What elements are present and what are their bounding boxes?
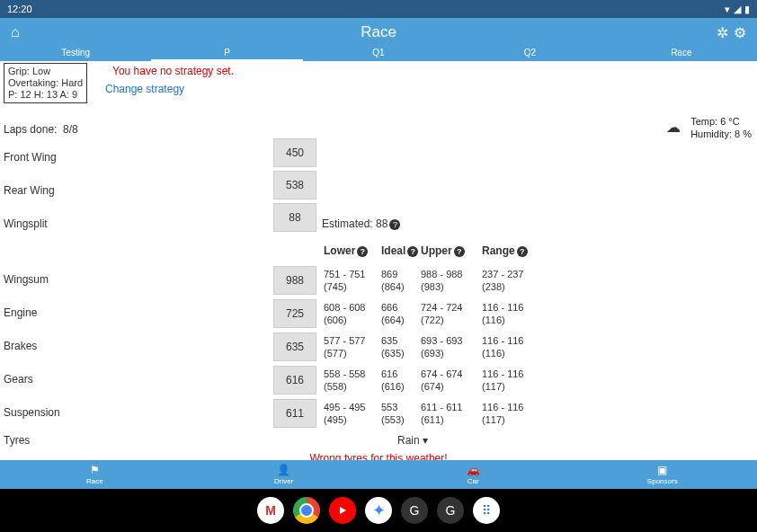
help-icon[interactable]: ? xyxy=(389,219,400,230)
pha-label: P: 12 H: 13 A: 9 xyxy=(8,89,83,101)
help-icon[interactable]: ? xyxy=(357,246,368,257)
value-engine[interactable]: 725 xyxy=(273,299,316,328)
flag-icon: ⚑ xyxy=(90,464,100,476)
header-range: Range? xyxy=(482,244,528,257)
laps-done-label: Laps done: xyxy=(4,123,57,136)
change-strategy-link[interactable]: Change strategy xyxy=(105,83,184,95)
value-front-wing[interactable]: 450 xyxy=(273,138,316,167)
range-suspension: 116 - 116(117) xyxy=(482,401,523,426)
car-icon: 🚗 xyxy=(467,464,480,476)
lower-engine: 608 - 608(606) xyxy=(324,301,365,326)
cloud-icon: ☁ xyxy=(666,119,681,136)
home-icon[interactable]: ⌂ xyxy=(11,24,20,40)
lower-gears: 558 - 558(558) xyxy=(324,368,365,393)
laps-done-value: 8/8 xyxy=(63,123,78,136)
humidity-label: Humidity: 8 % xyxy=(690,128,752,140)
app-icon-2[interactable]: G xyxy=(437,497,464,524)
nav-race[interactable]: ⚑Race xyxy=(0,460,190,489)
ideal-engine: 666(664) xyxy=(381,301,405,326)
ideal-brakes: 635(635) xyxy=(381,334,405,359)
temp-label: Temp: 6 °C xyxy=(690,115,752,128)
help-icon[interactable]: ? xyxy=(454,246,465,257)
apps-icon[interactable]: ⠿ xyxy=(473,497,500,524)
upper-wingsum: 988 - 988(983) xyxy=(421,268,462,293)
label-engine: Engine xyxy=(4,306,37,319)
app-bar: ⌂ Race ✲ ⚙ xyxy=(0,18,757,47)
bottom-nav: ⚑Race 👤Driver 🚗Car ▣Sponsors xyxy=(0,460,757,489)
lower-suspension: 495 - 495(495) xyxy=(324,401,365,426)
upper-brakes: 693 - 693(693) xyxy=(421,334,462,359)
label-tyres: Tyres xyxy=(4,434,30,447)
help-icon[interactable]: ? xyxy=(407,246,418,257)
label-rear-wing: Rear Wing xyxy=(4,184,55,197)
value-wingsum[interactable]: 988 xyxy=(273,266,316,295)
wifi-icon: ▾ xyxy=(725,4,730,15)
status-bar: 12:20 ▾ ◢ ▮ xyxy=(0,0,757,18)
value-gears[interactable]: 616 xyxy=(273,366,316,395)
label-brakes: Brakes xyxy=(4,340,37,352)
weather-box: Temp: 6 °C Humidity: 8 % xyxy=(690,115,752,140)
range-brakes: 116 - 116(116) xyxy=(482,334,523,359)
app-icon-1[interactable]: G xyxy=(401,497,428,524)
help-icon[interactable]: ? xyxy=(517,246,528,257)
chrome-icon[interactable] xyxy=(293,497,320,524)
status-right: ▾ ◢ ▮ xyxy=(725,4,750,15)
header-ideal: Ideal? xyxy=(381,244,418,257)
upper-engine: 724 - 724(722) xyxy=(421,301,462,326)
battery-icon: ▮ xyxy=(744,4,750,15)
content: Grip: Low Overtaking: Hard P: 12 H: 13 A… xyxy=(0,61,757,460)
tabs: Testing P Q1 Q2 Race xyxy=(0,47,757,61)
overtaking-label: Overtaking: Hard xyxy=(8,77,83,89)
tab-p[interactable]: P xyxy=(151,47,302,61)
tab-race[interactable]: Race xyxy=(606,47,757,61)
photos-icon[interactable] xyxy=(365,497,392,524)
label-front-wing: Front Wing xyxy=(4,151,57,164)
tyres-select[interactable]: Rain ▾ xyxy=(397,434,428,447)
value-suspension[interactable]: 611 xyxy=(273,399,316,428)
upper-suspension: 611 - 611(611) xyxy=(421,401,462,426)
nav-sponsors[interactable]: ▣Sponsors xyxy=(568,460,758,489)
range-wingsum: 237 - 237(238) xyxy=(482,268,523,293)
value-brakes[interactable]: 635 xyxy=(273,332,316,361)
gear-icon[interactable]: ⚙ xyxy=(734,24,746,41)
label-wingsum: Wingsum xyxy=(4,273,49,286)
lower-wingsum: 751 - 751(745) xyxy=(324,268,365,293)
value-wingsplit[interactable]: 88 xyxy=(273,203,316,232)
nav-car[interactable]: 🚗Car xyxy=(378,460,568,489)
ideal-gears: 616(616) xyxy=(381,368,405,393)
app-title: Race xyxy=(361,23,396,41)
nav-driver[interactable]: 👤Driver xyxy=(190,460,379,489)
upper-gears: 674 - 674(674) xyxy=(421,368,462,393)
no-strategy-warning: You have no strategy set. xyxy=(112,65,234,77)
grip-label: Grip: Low xyxy=(8,66,83,77)
label-wingsplit: Wingsplit xyxy=(4,217,48,230)
range-gears: 116 - 116(117) xyxy=(482,368,523,393)
header-upper: Upper? xyxy=(421,244,465,257)
ideal-wingsum: 869(864) xyxy=(381,268,405,293)
lower-brakes: 577 - 577(577) xyxy=(324,334,365,359)
range-engine: 116 - 116(116) xyxy=(482,301,523,326)
youtube-icon[interactable] xyxy=(329,497,356,524)
label-suspension: Suspension xyxy=(4,406,60,419)
wrong-tyres-warning: Wrong tyres for this weather! xyxy=(309,452,447,460)
estimate-label: Estimated: 88? xyxy=(322,217,400,230)
header-lower: Lower? xyxy=(324,244,368,257)
gmail-icon[interactable]: M xyxy=(257,497,284,524)
sponsor-icon: ▣ xyxy=(657,464,667,476)
ideal-suspension: 553(553) xyxy=(381,401,405,426)
dock: M G G ⠿ xyxy=(0,489,757,532)
tab-q2[interactable]: Q2 xyxy=(454,47,605,61)
bug-icon[interactable]: ✲ xyxy=(717,24,728,41)
tab-testing[interactable]: Testing xyxy=(0,47,151,61)
signal-icon: ◢ xyxy=(734,4,741,15)
label-gears: Gears xyxy=(4,373,33,386)
tab-q1[interactable]: Q1 xyxy=(303,47,454,61)
status-time: 12:20 xyxy=(7,4,32,14)
value-rear-wing[interactable]: 538 xyxy=(273,171,316,200)
track-info-box: Grip: Low Overtaking: Hard P: 12 H: 13 A… xyxy=(4,63,87,103)
person-icon: 👤 xyxy=(277,464,290,476)
